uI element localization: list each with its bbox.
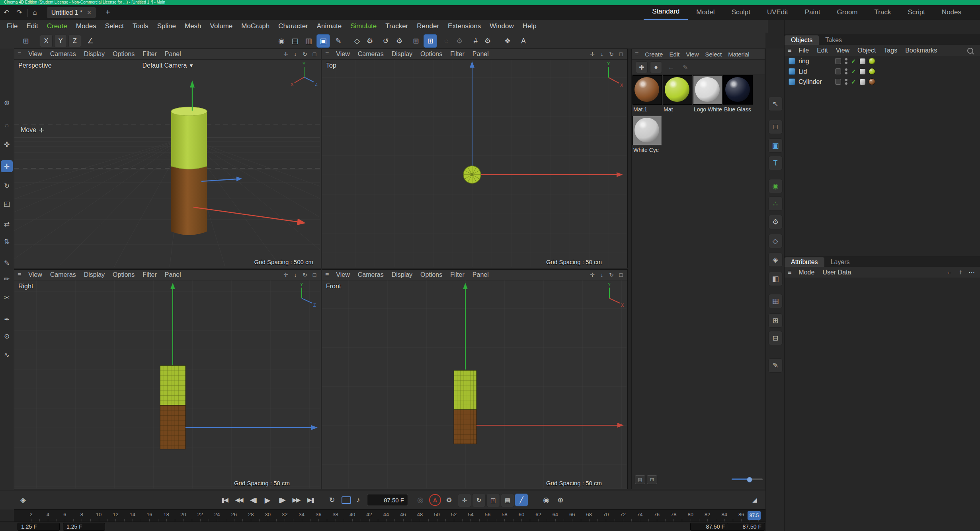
tweak-tool-icon[interactable]: ✜: [1, 138, 13, 150]
object-menu-icon[interactable]: ≡: [785, 47, 795, 54]
sculpt-pen-icon[interactable]: ✎: [1, 257, 13, 269]
object-menu-item[interactable]: Bookmarks: [901, 47, 941, 54]
menu-modes[interactable]: Modes: [72, 22, 101, 30]
viewport-menu-item[interactable]: Panel: [469, 51, 493, 58]
magnify-tool-icon[interactable]: ⊙: [1, 330, 13, 342]
material-menu-item[interactable]: Create: [642, 51, 666, 58]
material-thumb[interactable]: [693, 75, 722, 105]
viewport-menu-item[interactable]: Options: [109, 51, 139, 58]
object-name[interactable]: ring: [798, 58, 835, 65]
viewport-menu-item[interactable]: Cameras: [46, 51, 80, 58]
move-tool-icon[interactable]: ✛: [1, 160, 13, 172]
rotate-view-icon[interactable]: ↻: [607, 272, 616, 278]
layer-chip-icon[interactable]: [835, 58, 841, 64]
material-back-icon[interactable]: ←: [665, 61, 677, 73]
phong-tag-icon[interactable]: [860, 58, 865, 64]
field-object-icon[interactable]: ◧: [768, 272, 783, 286]
settings-gear-icon[interactable]: ⚙: [768, 215, 783, 229]
object-menu-item[interactable]: Edit: [813, 47, 832, 54]
layout-tab-uvedit[interactable]: UVEdit: [759, 5, 796, 20]
goto-end-button[interactable]: ▶▮: [304, 494, 317, 506]
menu-mograph[interactable]: MoGraph: [237, 22, 274, 30]
workplane-settings-icon[interactable]: ⚙: [481, 34, 494, 48]
phong-tag-icon[interactable]: [860, 69, 865, 74]
text-object-icon[interactable]: T: [768, 156, 783, 170]
menu-volume[interactable]: Volume: [206, 22, 237, 30]
layout-tab-nodes[interactable]: Nodes: [933, 5, 970, 20]
tab-takes[interactable]: Takes: [819, 35, 848, 45]
scale-tool-icon[interactable]: ◰: [1, 198, 13, 210]
visibility-dots-icon[interactable]: [845, 68, 847, 74]
viewport-menu-item[interactable]: Filter: [446, 271, 469, 278]
live-selection-icon[interactable]: ◌: [1, 120, 13, 132]
object-row-cylinder[interactable]: Cylinder ✓: [785, 77, 980, 87]
end-frame-field[interactable]: 87.50 F: [690, 523, 728, 531]
dolly-view-icon[interactable]: ↓: [291, 51, 300, 57]
material-name[interactable]: Mat.1: [633, 106, 663, 113]
end-frame-field-2[interactable]: 87.50 F: [727, 523, 765, 531]
layout-tab-track[interactable]: Track: [866, 5, 900, 20]
slider-knob[interactable]: [747, 477, 752, 482]
keyframe-target-icon[interactable]: ⊕: [554, 494, 567, 506]
keyframe-selection-icon[interactable]: ╱: [515, 494, 528, 506]
enabled-check-icon[interactable]: ✓: [851, 58, 856, 65]
maximize-view-icon[interactable]: □: [616, 272, 626, 278]
document-tab[interactable]: Untitled 1 * ×: [46, 7, 96, 18]
viewport-menu-item[interactable]: Display: [388, 271, 416, 278]
object-menu-item[interactable]: File: [795, 47, 813, 54]
modeling-settings-icon[interactable]: ⚙: [363, 34, 377, 48]
enabled-check-icon[interactable]: ✓: [851, 78, 856, 86]
material-name[interactable]: Logo White: [694, 106, 723, 113]
menu-window[interactable]: Window: [485, 22, 518, 30]
cylinder-top-view[interactable]: [463, 166, 481, 183]
viewport-menu-item[interactable]: Filter: [139, 51, 161, 58]
tab-attributes[interactable]: Attributes: [785, 257, 824, 267]
fcurve-expand-icon[interactable]: ◢: [748, 494, 761, 506]
viewport-menu-item[interactable]: Cameras: [354, 271, 388, 278]
home-icon[interactable]: ⌂: [29, 9, 41, 17]
object-menu-item[interactable]: Object: [853, 47, 880, 54]
simulation-icon[interactable]: ◉: [768, 179, 783, 193]
move-gizmo[interactable]: [190, 80, 306, 225]
null-object-icon[interactable]: ◇: [768, 234, 783, 248]
spline-tool-icon[interactable]: ∿: [1, 349, 13, 361]
pan-view-icon[interactable]: ✛: [588, 272, 597, 278]
current-frame-field-2[interactable]: 1.25 F: [63, 523, 105, 531]
deformer-icon[interactable]: ◈: [768, 253, 783, 267]
menu-simulate[interactable]: Simulate: [346, 22, 381, 30]
layout-tab-groom[interactable]: Groom: [829, 5, 866, 20]
modeling-axis-icon[interactable]: ◇: [350, 34, 364, 48]
mograph-icon[interactable]: ∴: [768, 196, 783, 211]
snap-grid-icon[interactable]: ⊞: [409, 34, 423, 48]
maximize-view-icon[interactable]: □: [616, 51, 626, 57]
menu-help[interactable]: Help: [518, 22, 541, 30]
object-name[interactable]: Lid: [798, 68, 835, 75]
forward-icon[interactable]: ↷: [13, 8, 25, 17]
viewport-menu-item[interactable]: View: [332, 51, 353, 58]
window-layout-icon[interactable]: ⊞: [768, 313, 783, 328]
preview-range-icon[interactable]: [342, 496, 351, 504]
quantize-snap-icon[interactable]: ⊞: [424, 34, 437, 48]
reset-psr-button[interactable]: ↺: [379, 34, 392, 48]
current-frame-field[interactable]: 87.50 F: [367, 494, 408, 506]
menu-spline[interactable]: Spline: [153, 22, 180, 30]
cube-primitive-icon[interactable]: ▣: [768, 138, 783, 153]
stage-object-icon[interactable]: ▦: [768, 294, 783, 308]
capsule-icon[interactable]: ❖: [501, 34, 514, 48]
viewport-menu-item[interactable]: Panel: [161, 271, 185, 278]
tab-layers[interactable]: Layers: [824, 257, 856, 267]
viewport-menu-item[interactable]: Display: [388, 51, 416, 58]
viewport-menu-item[interactable]: Cameras: [46, 271, 80, 278]
viewport-menu-item[interactable]: Display: [80, 271, 109, 278]
attribute-menu-mode[interactable]: Mode: [795, 269, 818, 276]
spline-pen-button[interactable]: ✎: [332, 34, 345, 48]
knife-tool-icon[interactable]: ✂: [1, 292, 13, 303]
next-frame-button[interactable]: ▮▶: [275, 494, 288, 506]
key-position-icon[interactable]: ✛: [458, 494, 471, 507]
material-menu-item[interactable]: Material: [725, 51, 752, 58]
cylinder-right-view[interactable]: [160, 366, 185, 449]
viewport-menu-item[interactable]: View: [332, 271, 353, 278]
pan-view-icon[interactable]: ✛: [281, 272, 291, 278]
more-options-icon[interactable]: ⋯: [968, 268, 975, 276]
annotate-icon[interactable]: A: [517, 34, 530, 48]
